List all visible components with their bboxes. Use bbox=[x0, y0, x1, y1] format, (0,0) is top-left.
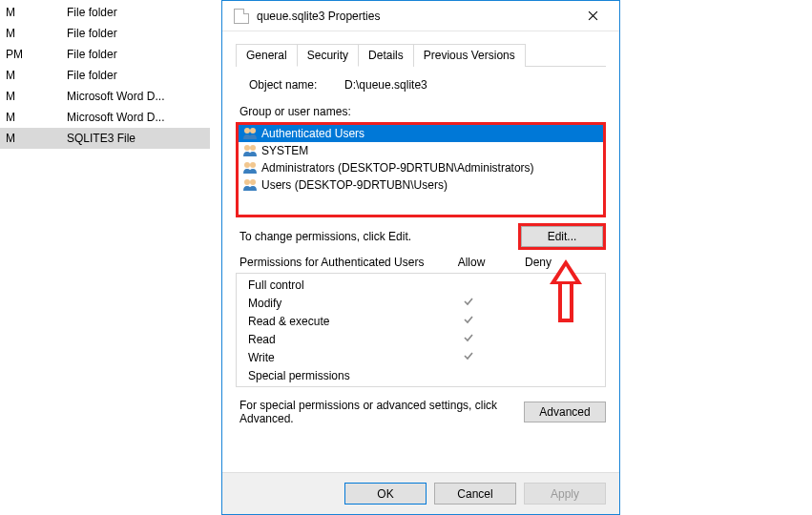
ok-button[interactable]: OK bbox=[344, 483, 427, 505]
edit-button[interactable]: Edit... bbox=[521, 226, 603, 247]
tab-previous-versions[interactable]: Previous Versions bbox=[413, 44, 526, 67]
titlebar: queue.sqlite3 Properties bbox=[222, 1, 619, 31]
deny-column-label: Deny bbox=[505, 256, 572, 269]
explorer-row[interactable]: MSQLITE3 File bbox=[0, 128, 210, 149]
group-user-names-label: Group or user names: bbox=[236, 97, 606, 122]
row-type: Microsoft Word D... bbox=[57, 107, 200, 128]
row-type: File folder bbox=[57, 65, 200, 86]
explorer-row[interactable]: MMicrosoft Word D... bbox=[0, 86, 210, 107]
svg-point-2 bbox=[244, 145, 250, 151]
permission-row: Read & execute bbox=[237, 312, 605, 330]
row-time: M bbox=[0, 2, 57, 23]
explorer-row[interactable]: MMicrosoft Word D... bbox=[0, 107, 210, 128]
row-time: M bbox=[0, 65, 57, 86]
row-time: PM bbox=[0, 44, 57, 65]
object-name-label: Object name: bbox=[249, 78, 344, 92]
row-time: M bbox=[0, 23, 57, 44]
group-item[interactable]: Users (DESKTOP-9DRTUBN\Users) bbox=[239, 176, 603, 194]
row-time: M bbox=[0, 107, 57, 128]
group-name: SYSTEM bbox=[261, 144, 308, 157]
permission-row: Full control bbox=[237, 276, 605, 294]
permission-name: Write bbox=[248, 351, 435, 364]
group-item[interactable]: Authenticated Users bbox=[239, 125, 603, 142]
permissions-for-label: Permissions for Authenticated Users bbox=[239, 256, 438, 269]
group-name: Authenticated Users bbox=[261, 127, 364, 140]
svg-point-1 bbox=[250, 128, 256, 134]
svg-point-3 bbox=[250, 145, 256, 151]
advanced-row: For special permissions or advanced sett… bbox=[236, 399, 606, 425]
tab-details[interactable]: Details bbox=[358, 44, 414, 67]
group-name: Administrators (DESKTOP-9DRTUBN\Administ… bbox=[261, 161, 534, 175]
explorer-row[interactable]: MFile folder bbox=[0, 2, 210, 23]
group-name: Users (DESKTOP-9DRTUBN\Users) bbox=[261, 178, 448, 192]
row-type: File folder bbox=[57, 2, 200, 23]
dialog-body: GeneralSecurityDetailsPrevious Versions … bbox=[222, 31, 619, 472]
tab-strip: GeneralSecurityDetailsPrevious Versions bbox=[236, 43, 606, 67]
tab-security[interactable]: Security bbox=[297, 44, 359, 67]
allow-mark bbox=[435, 332, 502, 346]
users-group-icon bbox=[242, 144, 258, 157]
users-group-icon bbox=[242, 178, 258, 192]
permission-name: Full control bbox=[248, 278, 435, 292]
permissions-header: Permissions for Authenticated Users Allo… bbox=[236, 256, 606, 273]
svg-point-6 bbox=[244, 179, 250, 185]
object-name-row: Object name: D:\queue.sqlite3 bbox=[236, 67, 606, 97]
permission-row: Write bbox=[237, 348, 605, 366]
change-permissions-label: To change permissions, click Edit. bbox=[239, 230, 518, 243]
permission-row: Read bbox=[237, 330, 605, 348]
permission-row: Modify bbox=[237, 294, 605, 312]
svg-point-5 bbox=[250, 162, 256, 168]
svg-point-0 bbox=[244, 128, 250, 134]
users-group-icon bbox=[242, 127, 258, 140]
row-time: M bbox=[0, 86, 57, 107]
allow-mark bbox=[435, 314, 502, 328]
allow-mark bbox=[435, 350, 502, 364]
row-type: SQLITE3 File bbox=[57, 128, 200, 149]
explorer-file-list: MFile folderMFile folderPMFile folderMFi… bbox=[0, 2, 210, 149]
row-type: File folder bbox=[57, 44, 200, 65]
advanced-button[interactable]: Advanced bbox=[524, 402, 606, 422]
advanced-label: For special permissions or advanced sett… bbox=[239, 399, 524, 425]
row-time: M bbox=[0, 128, 57, 149]
allow-column-label: Allow bbox=[438, 256, 505, 269]
edit-permissions-row: To change permissions, click Edit. Edit.… bbox=[236, 217, 606, 256]
permission-name: Modify bbox=[248, 297, 435, 310]
users-group-icon bbox=[242, 161, 258, 175]
row-type: Microsoft Word D... bbox=[57, 86, 200, 107]
allow-mark bbox=[435, 296, 502, 310]
svg-point-7 bbox=[250, 179, 256, 185]
permission-name: Read & execute bbox=[248, 315, 435, 328]
close-icon bbox=[588, 10, 598, 21]
permission-name: Special permissions bbox=[248, 369, 435, 382]
file-icon bbox=[234, 9, 249, 24]
explorer-row[interactable]: MFile folder bbox=[0, 23, 210, 44]
close-button[interactable] bbox=[572, 2, 614, 31]
edit-button-highlight: Edit... bbox=[518, 223, 606, 250]
svg-point-4 bbox=[244, 162, 250, 168]
permission-name: Read bbox=[248, 333, 435, 346]
explorer-row[interactable]: PMFile folder bbox=[0, 44, 210, 65]
properties-dialog: queue.sqlite3 Properties GeneralSecurity… bbox=[221, 0, 620, 515]
object-path: D:\queue.sqlite3 bbox=[344, 78, 602, 92]
permissions-list: Full controlModifyRead & executeReadWrit… bbox=[236, 273, 606, 387]
tab-general[interactable]: General bbox=[236, 44, 298, 67]
group-item[interactable]: Administrators (DESKTOP-9DRTUBN\Administ… bbox=[239, 159, 603, 176]
group-item[interactable]: SYSTEM bbox=[239, 142, 603, 159]
dialog-footer: OK Cancel Apply bbox=[222, 472, 619, 514]
apply-button: Apply bbox=[524, 483, 606, 505]
permission-row: Special permissions bbox=[237, 366, 605, 384]
group-user-names-list[interactable]: Authenticated UsersSYSTEMAdministrators … bbox=[236, 122, 606, 217]
row-type: File folder bbox=[57, 23, 200, 44]
cancel-button[interactable]: Cancel bbox=[434, 483, 516, 505]
window-title: queue.sqlite3 Properties bbox=[257, 10, 572, 23]
explorer-row[interactable]: MFile folder bbox=[0, 65, 210, 86]
